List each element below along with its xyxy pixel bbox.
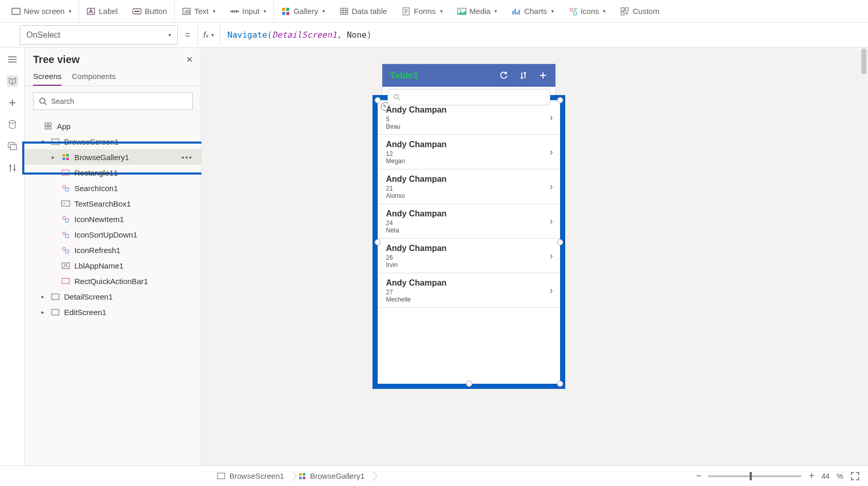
gallery-item[interactable]: Andy Champan 27 Mechelle › bbox=[378, 273, 560, 308]
sort-icon[interactable] bbox=[518, 70, 529, 81]
tab-components[interactable]: Components bbox=[72, 72, 116, 86]
gallery-item[interactable]: Andy Champan 12 Megan › bbox=[378, 135, 560, 169]
gallery-selection[interactable]: ✎ Andy Champan 5 Beau › Andy Champan 12 … bbox=[373, 95, 565, 389]
chevron-right-icon[interactable]: › bbox=[550, 112, 553, 123]
chevron-right-icon[interactable]: ▸ bbox=[39, 293, 47, 300]
tree-node-edit-screen[interactable]: ▸ EditScreen1 bbox=[25, 304, 201, 320]
media-pane-icon[interactable] bbox=[7, 140, 18, 152]
breadcrumb-gallery[interactable]: BrowseGallery1 bbox=[291, 469, 372, 482]
breadcrumb-screen[interactable]: BrowseScreen1 bbox=[210, 469, 291, 482]
svg-point-21 bbox=[9, 121, 16, 123]
chevron-down-icon: ▾ bbox=[213, 8, 215, 14]
charts-button[interactable]: Charts▾ bbox=[504, 0, 561, 22]
tree-node-detail-screen[interactable]: ▸ DetailScreen1 bbox=[25, 289, 201, 304]
svg-rect-30 bbox=[63, 154, 65, 156]
label-icon bbox=[61, 261, 70, 270]
svg-point-48 bbox=[394, 95, 398, 99]
media-button[interactable]: Media▾ bbox=[450, 0, 505, 22]
tree-node-app[interactable]: App bbox=[25, 118, 201, 134]
gallery-item[interactable]: ✎ Andy Champan 5 Beau › bbox=[378, 100, 560, 135]
button-button[interactable]: Button bbox=[125, 0, 175, 22]
svg-rect-17 bbox=[574, 12, 577, 15]
tools-icon[interactable] bbox=[7, 162, 18, 174]
input-button[interactable]: Input▾ bbox=[223, 0, 274, 22]
formula-input[interactable]: Navigate(DetailScreen1, None) bbox=[220, 30, 868, 40]
svg-rect-27 bbox=[45, 127, 48, 129]
tree-node-icon-refresh[interactable]: IconRefresh1 bbox=[25, 242, 201, 258]
zoom-slider[interactable] bbox=[708, 475, 801, 477]
svg-text:ab: ab bbox=[184, 9, 191, 14]
left-rail bbox=[0, 48, 25, 465]
label-icon bbox=[86, 7, 96, 16]
tree-search-input[interactable]: Search bbox=[33, 92, 193, 110]
chevron-right-icon[interactable]: ▸ bbox=[50, 154, 57, 161]
forms-button[interactable]: Forms▾ bbox=[394, 0, 450, 22]
add-icon[interactable] bbox=[538, 70, 548, 81]
gallery-button[interactable]: Gallery▾ bbox=[274, 0, 332, 22]
tree-view-icon[interactable] bbox=[7, 75, 18, 87]
resize-handle[interactable] bbox=[557, 381, 563, 387]
svg-rect-45 bbox=[62, 278, 69, 284]
close-icon[interactable]: ✕ bbox=[186, 55, 193, 65]
resize-handle[interactable] bbox=[375, 239, 381, 245]
svg-rect-36 bbox=[66, 188, 69, 191]
fx-button[interactable]: fx▾ bbox=[197, 25, 220, 45]
shapes-icon bbox=[61, 245, 70, 255]
gallery-item[interactable]: Andy Champan 26 Irvin › bbox=[378, 239, 560, 273]
tree-node-lbl-app[interactable]: LblAppName1 bbox=[25, 258, 201, 273]
tree-node-browse-gallery[interactable]: ▸ BrowseGallery1 ••• bbox=[25, 149, 201, 165]
icons-button[interactable]: Icons▾ bbox=[561, 0, 613, 22]
zoom-out-button[interactable]: − bbox=[696, 471, 702, 481]
text-icon: ab bbox=[182, 7, 191, 16]
canvas[interactable]: Table1 ✎ Andy Champan 5 Beau › bbox=[202, 48, 868, 465]
tree-node-rect-quick[interactable]: RectQuickActionBar1 bbox=[25, 273, 201, 289]
tab-screens[interactable]: Screens bbox=[33, 72, 61, 86]
scrollbar[interactable] bbox=[860, 48, 868, 445]
chevron-down-icon[interactable]: ▾ bbox=[39, 138, 47, 145]
insert-icon[interactable] bbox=[7, 97, 18, 108]
label-button[interactable]: Label bbox=[79, 0, 125, 22]
tree-node-text-search[interactable]: TextSearchBox1 bbox=[25, 196, 201, 211]
zoom-in-button[interactable]: + bbox=[809, 471, 814, 481]
data-icon[interactable] bbox=[7, 119, 18, 130]
tree-node-search-icon[interactable]: SearchIcon1 bbox=[25, 180, 201, 196]
chevron-down-icon: ▾ bbox=[264, 8, 266, 14]
resize-handle[interactable] bbox=[557, 97, 563, 103]
search-icon bbox=[393, 93, 400, 101]
chevron-right-icon[interactable]: › bbox=[550, 181, 553, 192]
property-selector[interactable]: OnSelect ▾ bbox=[20, 25, 178, 45]
fit-to-screen-icon[interactable] bbox=[850, 472, 860, 481]
item-sub: Irvin bbox=[386, 261, 552, 269]
refresh-icon[interactable] bbox=[499, 70, 509, 81]
search-input[interactable] bbox=[388, 89, 550, 105]
custom-button[interactable]: Custom bbox=[613, 0, 667, 22]
resize-handle[interactable] bbox=[375, 97, 381, 103]
svg-rect-23 bbox=[10, 145, 17, 150]
new-screen-button[interactable]: New screen▾ bbox=[4, 0, 79, 22]
tree-node-browse-screen[interactable]: ▾ BrowseScreen1 bbox=[25, 134, 201, 149]
chevron-right-icon[interactable]: ▸ bbox=[39, 309, 47, 316]
tree-node-icon-sort[interactable]: IconSortUpDown1 bbox=[25, 227, 201, 242]
text-button[interactable]: ab Text▾ bbox=[175, 0, 223, 22]
tree-node-rectangle[interactable]: Rectangle11 bbox=[25, 165, 201, 180]
tree-node-icon-new[interactable]: IconNewItem1 bbox=[25, 211, 201, 227]
chevron-right-icon[interactable]: › bbox=[550, 216, 553, 227]
hamburger-icon[interactable] bbox=[7, 54, 18, 65]
chevron-right-icon[interactable]: › bbox=[550, 285, 553, 296]
gallery-item[interactable]: Andy Champan 21 Alonso › bbox=[378, 169, 560, 204]
data-table-button[interactable]: Data table bbox=[332, 0, 394, 22]
chevron-down-icon: ▾ bbox=[603, 8, 606, 14]
svg-rect-32 bbox=[63, 158, 65, 160]
resize-handle[interactable] bbox=[557, 239, 563, 245]
resize-handle[interactable] bbox=[466, 381, 472, 387]
more-icon[interactable]: ••• bbox=[181, 153, 193, 162]
svg-rect-19 bbox=[625, 8, 628, 11]
charts-icon bbox=[512, 7, 521, 16]
chevron-right-icon[interactable]: › bbox=[550, 147, 553, 158]
gallery-item[interactable]: Andy Champan 24 Neta › bbox=[378, 204, 560, 239]
app-title[interactable]: Table1 bbox=[390, 70, 419, 81]
chevron-right-icon[interactable]: › bbox=[550, 250, 553, 261]
icons-icon bbox=[568, 7, 578, 16]
shapes-icon bbox=[61, 214, 70, 224]
svg-point-38 bbox=[63, 216, 66, 220]
